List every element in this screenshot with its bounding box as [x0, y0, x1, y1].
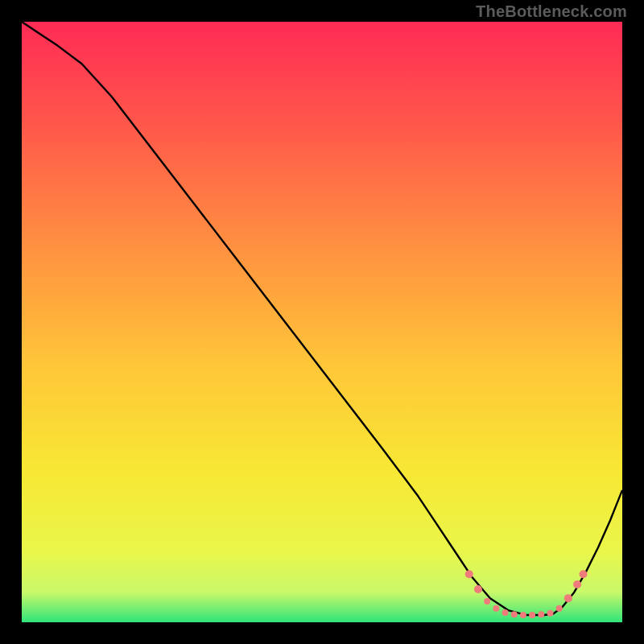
optimal-marker	[465, 570, 473, 578]
optimal-marker	[538, 611, 544, 617]
optimal-marker	[520, 612, 526, 618]
chart-frame: TheBottleneck.com	[0, 0, 644, 644]
optimal-marker	[556, 605, 563, 612]
optimal-marker	[580, 570, 588, 578]
optimal-marker	[511, 611, 518, 617]
optimal-marker	[529, 612, 535, 618]
optimal-marker	[484, 598, 490, 605]
attribution-text: TheBottleneck.com	[476, 2, 627, 21]
optimal-marker	[547, 610, 553, 617]
optimal-marker	[573, 580, 581, 588]
bottleneck-curve	[22, 22, 622, 622]
optimal-marker	[493, 605, 499, 612]
optimal-marker	[564, 594, 572, 602]
plot-area	[22, 22, 622, 622]
optimal-marker	[474, 585, 482, 593]
optimal-zone-markers	[465, 570, 588, 618]
optimal-marker	[502, 609, 509, 616]
